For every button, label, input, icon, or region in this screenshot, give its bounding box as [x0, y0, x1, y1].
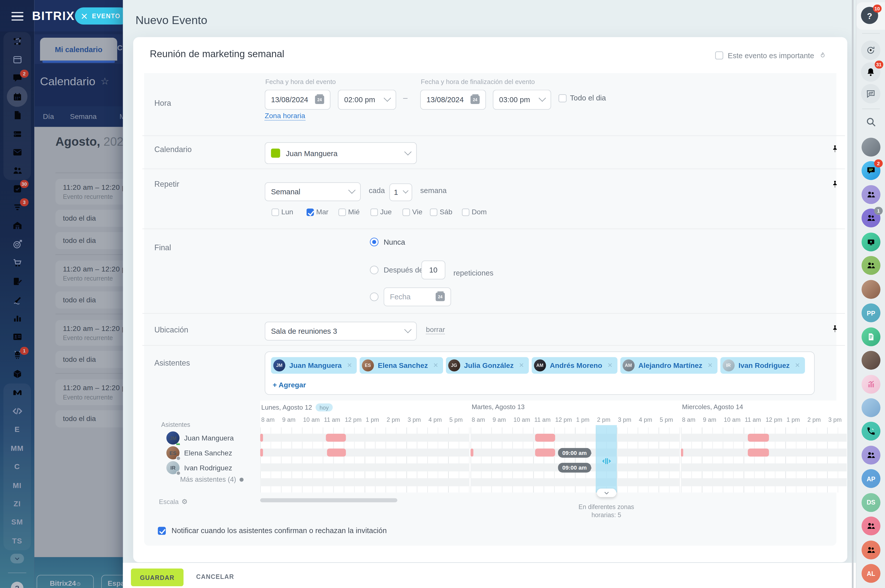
weekday-checkbox-dom[interactable]: Dom [462, 208, 487, 216]
helpdesk-icon[interactable]: ?10 [861, 7, 878, 24]
event-name-input[interactable]: Reunión de marketing semanal [150, 49, 284, 60]
checkbox[interactable] [272, 208, 279, 216]
day-column[interactable] [260, 428, 469, 492]
chat-bubble-icon[interactable]: 2 [861, 161, 880, 180]
attendee-chip[interactable]: JGJulia González✕ [446, 357, 529, 374]
avatar-initials-AP[interactable]: AP [861, 470, 880, 488]
avatar-initials-PP[interactable]: PP [861, 304, 880, 322]
people-icon[interactable] [861, 185, 880, 204]
people-icon[interactable]: 1 [861, 209, 880, 228]
schedule-scrollbar[interactable] [260, 498, 397, 502]
people-icon[interactable] [861, 517, 880, 536]
radio-despues[interactable]: Después de [370, 266, 423, 274]
calendario-select[interactable]: Juan Manguera [265, 142, 417, 164]
add-attendee-link[interactable]: + Agregar [273, 381, 306, 389]
attendee-chip[interactable]: IRIvan Rodriguez✕ [720, 357, 805, 374]
remove-attendee-icon[interactable]: ✕ [607, 362, 613, 369]
pin-icon[interactable] [831, 144, 839, 153]
history-chat-icon[interactable] [861, 84, 880, 104]
important-checkbox[interactable]: Este evento es importante [715, 51, 826, 60]
hour-label: 5 pm [449, 416, 463, 423]
calendar-picker-icon[interactable] [436, 292, 445, 301]
phone-icon[interactable] [861, 422, 880, 441]
people-icon[interactable] [861, 446, 880, 465]
checkbox[interactable] [307, 208, 314, 216]
weekday-checkbox-vie[interactable]: Vie [403, 208, 422, 216]
attendee-chip[interactable]: AMAndrés Moreno✕ [532, 357, 618, 374]
time-range-dash: – [403, 93, 407, 102]
radio-button[interactable] [370, 238, 379, 246]
chart-pink-icon[interactable] [861, 375, 880, 393]
notifications-bell-icon[interactable]: 31 [861, 62, 880, 82]
hour-label: 8 am [682, 416, 696, 423]
remove-attendee-icon[interactable]: ✕ [795, 362, 800, 369]
calendar-picker-icon[interactable] [470, 95, 480, 104]
modal-edge-scrollbar[interactable] [852, 0, 853, 588]
all-day-checkbox[interactable]: Todo el dia [559, 94, 606, 102]
avatar-photo[interactable] [861, 398, 880, 417]
weekday-checkbox-jue[interactable]: Jue [370, 208, 392, 216]
hamburger-menu-icon[interactable] [11, 12, 23, 21]
people-icon[interactable] [861, 540, 880, 560]
doc-icon[interactable] [861, 327, 880, 346]
sync-icon[interactable] [861, 40, 880, 60]
gear-icon[interactable]: ⚙ [182, 498, 188, 506]
weekday-checkbox-mar[interactable]: Mar [307, 208, 329, 216]
weekday-checkbox-lun[interactable]: Lun [272, 208, 293, 216]
radio-button[interactable] [370, 292, 379, 301]
attendee-chip[interactable]: AMAlejandro Martínez✕ [620, 357, 717, 374]
more-attendees-toggle[interactable]: Más asistentes (4) [180, 476, 243, 483]
radio-button[interactable] [370, 266, 379, 274]
ubicacion-select[interactable]: Sala de reuniones 3 [265, 322, 417, 340]
repetir-select[interactable]: Semanal [265, 182, 361, 201]
attendee-chip[interactable]: ESElena Sanchez✕ [359, 357, 443, 374]
weekday-checkbox-mié[interactable]: Mié [338, 208, 360, 216]
avatar-photo[interactable] [861, 138, 880, 157]
cancel-button[interactable]: CANCELAR [193, 573, 237, 580]
checkbox[interactable] [403, 208, 410, 216]
schedule-grid[interactable] [260, 428, 847, 492]
people-icon[interactable] [861, 256, 880, 275]
checkbox[interactable] [462, 208, 469, 216]
end-date-input[interactable]: 13/08/2024 [420, 90, 486, 110]
save-button[interactable]: GUARDAR [131, 568, 183, 586]
modal-title: Nuevo Evento [135, 14, 207, 27]
start-time-select[interactable]: 02:00 pm [338, 90, 396, 110]
interval-select[interactable]: 1 [389, 183, 412, 201]
timezone-link[interactable]: Zona horaria [265, 112, 305, 121]
checkbox[interactable] [430, 208, 437, 216]
radio-fecha[interactable] [370, 292, 379, 301]
day-column[interactable] [470, 428, 679, 492]
notify-checkbox-box[interactable] [158, 526, 166, 535]
video-icon[interactable] [861, 232, 880, 252]
avatar-initials-DS[interactable]: DS [861, 493, 880, 512]
end-time-select[interactable]: 03:00 pm [493, 90, 551, 110]
borrar-link[interactable]: borrar [426, 326, 445, 334]
avatar-photo[interactable] [861, 280, 880, 299]
search-icon[interactable] [861, 112, 880, 132]
remove-attendee-icon[interactable]: ✕ [519, 362, 524, 369]
repetitions-input[interactable]: 10 [421, 261, 445, 280]
attendee-chip[interactable]: JMJuan Manguera✕ [271, 357, 357, 374]
all-day-checkbox-box[interactable] [559, 94, 566, 102]
attendee-chips: JMJuan Manguera✕ESElena Sanchez✕JGJulia … [271, 357, 804, 374]
checkbox[interactable] [338, 208, 346, 216]
remove-attendee-icon[interactable]: ✕ [347, 362, 352, 369]
pin-icon[interactable] [831, 180, 839, 189]
avatar-initials-AL[interactable]: AL [861, 564, 880, 583]
start-date-input[interactable]: 13/08/2024 [265, 90, 331, 110]
chevron-down-icon [384, 94, 391, 102]
avatar-photo[interactable] [861, 351, 880, 370]
important-checkbox-box[interactable] [715, 51, 723, 60]
pin-icon[interactable] [831, 325, 839, 333]
remove-attendee-icon[interactable]: ✕ [433, 362, 439, 369]
weekday-checkbox-sáb[interactable]: Sáb [430, 208, 452, 216]
notify-checkbox[interactable]: Notificar cuando los asistentes confirma… [158, 526, 386, 535]
calendar-picker-icon[interactable] [315, 95, 324, 104]
remove-attendee-icon[interactable]: ✕ [708, 362, 713, 369]
close-event-pill-button[interactable]: EVENTO [75, 8, 129, 24]
day-column[interactable] [681, 428, 847, 492]
radio-nunca[interactable]: Nunca [370, 238, 405, 246]
checkbox[interactable] [370, 208, 378, 216]
fecha-final-input[interactable]: Fecha [383, 287, 451, 306]
